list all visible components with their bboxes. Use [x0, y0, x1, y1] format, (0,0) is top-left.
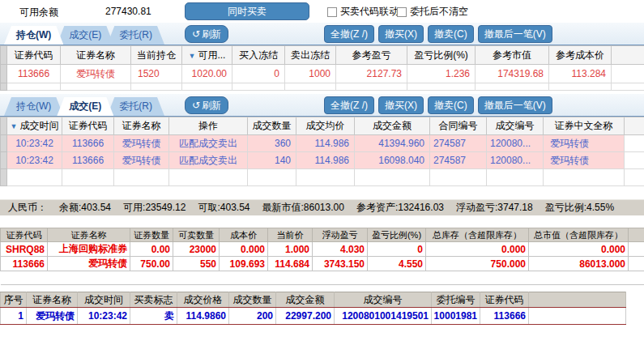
- cell-fill-price[interactable]: 114.9860: [177, 308, 229, 325]
- cell-fill-no[interactable]: 120080...: [487, 135, 544, 152]
- col-buy-frozen[interactable]: 买入冻结: [232, 46, 285, 65]
- cell-side-flag[interactable]: 卖: [130, 308, 177, 325]
- cell-cost-price[interactable]: 0.000: [220, 242, 268, 257]
- tab-positions[interactable]: 持仓(W): [4, 97, 63, 116]
- cell-sell-frozen[interactable]: 1000: [285, 65, 336, 83]
- cancel-sells-button[interactable]: 撤卖(C): [428, 25, 474, 43]
- cell-security-name[interactable]: 爱玛转债: [48, 257, 130, 271]
- cell-fill-qty[interactable]: 360: [248, 135, 296, 152]
- col-pnl-ratio[interactable]: 盈亏比例(%): [407, 46, 476, 65]
- col-security-code[interactable]: 证券代码: [7, 46, 61, 65]
- col-security-code[interactable]: 证券代码: [62, 117, 114, 135]
- col-full-name[interactable]: 证券中文全称: [544, 117, 625, 135]
- cell-current-position[interactable]: 1520: [131, 65, 182, 83]
- cancel-buys-button[interactable]: 撤买(X): [378, 25, 424, 43]
- tab-fills[interactable]: 成交(E): [57, 97, 113, 116]
- col-security-name[interactable]: 证券名称: [114, 117, 169, 135]
- cell-fill-time[interactable]: 10:23:42: [7, 152, 62, 169]
- cell-total-value[interactable]: 0.000: [529, 242, 629, 257]
- col-fill-no[interactable]: 成交编号: [487, 117, 544, 135]
- cell-sellable-qty[interactable]: 23000: [173, 242, 220, 257]
- cell-fill-amount[interactable]: 16098.040: [355, 152, 430, 169]
- cell-security-code[interactable]: 113666: [480, 308, 529, 325]
- cell-security-name[interactable]: 爱玛转债: [114, 135, 169, 152]
- cell-security-name[interactable]: 爱玛转债: [27, 308, 78, 325]
- cell-security-code[interactable]: 113666: [1, 257, 48, 271]
- cell-ref-value[interactable]: 174319.68: [476, 65, 549, 83]
- cell-qty[interactable]: 750.00: [130, 257, 173, 271]
- cell-fill-amount[interactable]: 41394.960: [355, 135, 430, 152]
- cell-security-name[interactable]: 上海回购标准券: [48, 242, 130, 257]
- cell-fill-avg-price[interactable]: 114.986: [296, 135, 355, 152]
- cell-ref-cost[interactable]: 113.284: [549, 65, 612, 83]
- cell-security-code[interactable]: 113666: [62, 152, 114, 169]
- cell-fill-no[interactable]: 1200801001419501: [335, 308, 432, 325]
- cell-buy-frozen[interactable]: 0: [232, 65, 285, 83]
- cell-security-name[interactable]: 爱玛转债: [114, 152, 169, 169]
- cell-seq-no[interactable]: 1: [1, 308, 27, 325]
- col-sell-frozen[interactable]: 卖出冻结: [285, 46, 336, 65]
- cancel-last-button[interactable]: 撤最后一笔(V): [478, 96, 552, 114]
- checkbox-keep-after-order[interactable]: 委托后不清空: [397, 5, 468, 19]
- tab-orders[interactable]: 委托(R): [107, 97, 164, 116]
- cell-fill-time[interactable]: 10:23:42: [7, 135, 62, 152]
- cell-current-price[interactable]: 114.684: [268, 257, 313, 271]
- simultaneous-trade-button[interactable]: 同时买卖: [185, 2, 309, 20]
- col-ref-pnl[interactable]: 参考盈亏: [336, 46, 407, 65]
- cell-fill-time[interactable]: 10:23:42: [78, 308, 130, 325]
- cancel-sells-button[interactable]: 撤卖(C): [428, 96, 474, 114]
- col-fill-time[interactable]: ▼成交时间: [7, 117, 62, 135]
- cell-order-no[interactable]: 10001981: [432, 308, 480, 325]
- checkbox-icon[interactable]: [397, 7, 407, 17]
- cell-full-name[interactable]: 爱玛转债: [544, 135, 625, 152]
- tab-fills[interactable]: 成交(E): [57, 26, 113, 45]
- cell-fill-qty[interactable]: 200: [229, 308, 276, 325]
- cell-security-name[interactable]: 爱玛转债: [61, 65, 131, 83]
- cell-contract-no[interactable]: 274587: [430, 135, 487, 152]
- cancel-all-button[interactable]: 全撤(Z /): [324, 25, 374, 43]
- cancel-buys-button[interactable]: 撤买(X): [378, 96, 424, 114]
- col-fill-qty[interactable]: 成交数量: [248, 117, 296, 135]
- cell-fill-avg-price[interactable]: 114.986: [296, 152, 355, 169]
- cell-security-code[interactable]: 113666: [7, 65, 61, 83]
- cancel-all-button[interactable]: 全撤(Z /): [324, 96, 374, 114]
- cell-fill-no[interactable]: 120080...: [487, 152, 544, 169]
- col-available[interactable]: ▼可用...: [182, 46, 232, 65]
- checkbox-code-link[interactable]: 买卖代码联动: [327, 5, 399, 19]
- refresh-button[interactable]: ↺刷新: [185, 25, 228, 43]
- cell-pnl-ratio[interactable]: 4.550: [368, 257, 426, 271]
- cell-ref-pnl[interactable]: 2127.73: [336, 65, 407, 83]
- cell-sellable-qty[interactable]: 550: [173, 257, 220, 271]
- cell-security-code[interactable]: SHRQ88: [1, 242, 48, 257]
- col-operation[interactable]: 操作: [169, 117, 248, 135]
- refresh-button[interactable]: ↺刷新: [185, 96, 228, 114]
- col-security-name[interactable]: 证券名称: [61, 46, 131, 65]
- col-contract-no[interactable]: 合同编号: [430, 117, 487, 135]
- cell-fill-amount[interactable]: 22997.200: [276, 308, 335, 325]
- cell-qty[interactable]: 0.00: [130, 242, 173, 257]
- cell-security-code[interactable]: 113666: [62, 135, 114, 152]
- cell-cost-price[interactable]: 109.693: [220, 257, 268, 271]
- col-fill-avg-price[interactable]: 成交均价: [296, 117, 355, 135]
- cell-operation[interactable]: 匹配成交卖出: [169, 152, 248, 169]
- cell-full-name[interactable]: 爱玛转债: [544, 152, 625, 169]
- cell-pnl-ratio[interactable]: 1.236: [407, 65, 476, 83]
- cell-contract-no[interactable]: 274587: [430, 152, 487, 169]
- cell-total-inventory[interactable]: 750.000: [426, 257, 529, 271]
- cell-total-inventory[interactable]: 0.000: [426, 242, 529, 257]
- cell-pnl-ratio[interactable]: 0: [368, 242, 426, 257]
- col-ref-cost[interactable]: 参考成本价: [549, 46, 612, 65]
- cell-current-price[interactable]: 1.000: [268, 242, 313, 257]
- cell-available[interactable]: 1020.00: [182, 65, 232, 83]
- cell-operation[interactable]: 匹配成交卖出: [169, 135, 248, 152]
- checkbox-icon[interactable]: [327, 7, 337, 17]
- cell-floating-pnl[interactable]: 3743.150: [313, 257, 368, 271]
- col-fill-amount[interactable]: 成交金额: [355, 117, 430, 135]
- cell-floating-pnl[interactable]: 4.030: [313, 242, 368, 257]
- tab-orders[interactable]: 委托(R): [107, 26, 164, 45]
- col-current-position[interactable]: 当前持仓: [131, 46, 182, 65]
- tab-positions[interactable]: 持仓(W): [4, 26, 63, 45]
- cancel-last-button[interactable]: 撤最后一笔(V): [478, 25, 552, 43]
- cell-total-value[interactable]: 86013.000: [529, 257, 629, 271]
- cell-fill-qty[interactable]: 140: [248, 152, 296, 169]
